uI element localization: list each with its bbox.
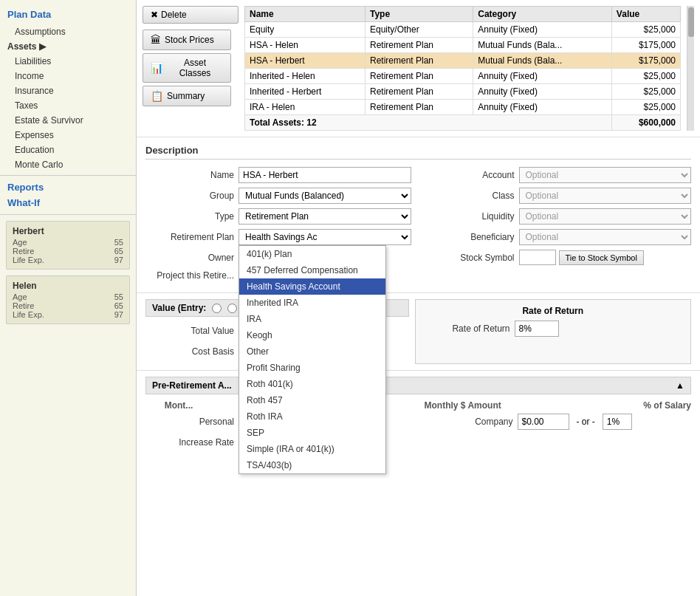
beneficiary-select-wrapper: Optional — [519, 229, 692, 245]
table-row[interactable]: IRA - Helen Retirement Plan Annuity (Fix… — [245, 100, 681, 115]
description-title: Description — [145, 145, 691, 160]
table-scroll-area[interactable]: Name Type Category Value Equity Equity/O… — [244, 6, 681, 131]
cell-category: Annuity (Fixed) — [473, 84, 612, 100]
ror-row: Rate of Return — [422, 321, 685, 337]
dropdown-item[interactable]: 401(k) Plan — [239, 246, 385, 262]
total-label: Total Assets: 12 — [245, 115, 612, 131]
herbert-name: Herbert — [13, 226, 123, 236]
beneficiary-select[interactable]: Optional — [519, 229, 692, 245]
account-select-wrapper: Optional — [519, 167, 692, 183]
company-header: Monthly $ Amount % of Salary — [425, 400, 692, 411]
retirement-plan-select[interactable]: Health Savings Ac — [239, 229, 411, 245]
description-form: Name Group Mutual Funds (Balanced) Type — [145, 167, 691, 285]
helen-age-row: Age 55 — [13, 292, 123, 301]
stock-prices-button[interactable]: 🏛 Stock Prices — [143, 30, 231, 50]
dropdown-item[interactable]: Simple (IRA or 401(k)) — [239, 441, 385, 457]
sidebar-divider2 — [0, 214, 136, 215]
dropdown-item[interactable]: Inherited IRA — [239, 295, 385, 311]
summary-button[interactable]: 📋 Summary — [143, 86, 231, 106]
liquidity-select-wrapper: Optional — [519, 208, 692, 225]
name-input[interactable] — [239, 167, 411, 183]
sidebar-item-assumptions[interactable]: Assumptions — [0, 24, 136, 39]
dropdown-item[interactable]: Other — [239, 343, 385, 360]
dropdown-item[interactable]: IRA — [239, 311, 385, 327]
dropdown-item[interactable]: Profit Sharing — [239, 360, 385, 376]
table-row[interactable]: HSA - Herbert Retirement Plan Mutual Fun… — [245, 53, 681, 69]
value-title: Value (Entry: — [152, 303, 206, 313]
helen-retire-value: 65 — [114, 301, 123, 310]
dropdown-item[interactable]: Roth IRA — [239, 408, 385, 425]
dropdown-item[interactable]: Roth 457 — [239, 392, 385, 408]
form-right: Account Optional Class Optional — [426, 167, 692, 285]
main-content: ✖ Delete 🏛 Stock Prices 📊 Asset Classes … — [137, 0, 700, 596]
sidebar-reports[interactable]: Reports — [0, 179, 136, 196]
description-section: Description Name Group Mutual Funds (Bal… — [137, 137, 700, 293]
sidebar-whatif[interactable]: What-If — [0, 196, 136, 211]
monthly-amount-header: Monthly $ Amount — [425, 400, 501, 411]
helen-lifeexp-row: Life Exp. 97 — [13, 310, 123, 319]
herbert-retire-label: Retire — [13, 247, 34, 256]
summary-icon: 📋 — [151, 90, 163, 102]
group-select[interactable]: Mutual Funds (Balanced) — [239, 188, 411, 204]
herbert-age-label: Age — [13, 238, 27, 247]
table-row[interactable]: Inherited - Herbert Retirement Plan Annu… — [245, 84, 681, 100]
type-select[interactable]: Retirement Plan — [239, 208, 411, 225]
name-input-wrapper — [239, 167, 411, 183]
dropdown-item[interactable]: TSA/403(b) — [239, 457, 385, 473]
cell-type: Retirement Plan — [366, 100, 473, 115]
company-value-input[interactable] — [518, 414, 569, 430]
dropdown-item[interactable]: SEP — [239, 425, 385, 441]
total-row: Total Assets: 12 $600,000 — [245, 115, 681, 131]
sidebar-item-insurance[interactable]: Insurance — [0, 83, 136, 98]
group-select-wrapper: Mutual Funds (Balanced) — [239, 188, 411, 204]
herbert-age-value: 55 — [114, 238, 123, 247]
cell-value: $175,000 — [611, 53, 680, 69]
sidebar: Plan Data Assumptions Assets ▶ Liabiliti… — [0, 0, 137, 596]
assets-table: Name Type Category Value Equity Equity/O… — [244, 6, 681, 131]
sidebar-item-montecarlo[interactable]: Monte Carlo — [0, 157, 136, 172]
stock-symbol-input[interactable] — [519, 250, 556, 265]
herbert-lifeexp-row: Life Exp. 97 — [13, 256, 123, 264]
sidebar-item-assets[interactable]: Assets ▶ — [0, 39, 136, 54]
table-row[interactable]: HSA - Helen Retirement Plan Mutual Funds… — [245, 38, 681, 53]
pre-retirement-header: Pre-Retirement A... ▲ — [145, 377, 691, 394]
owner-label: Owner — [145, 253, 234, 263]
top-section: ✖ Delete 🏛 Stock Prices 📊 Asset Classes … — [137, 0, 700, 137]
herbert-lifeexp-label: Life Exp. — [13, 256, 44, 264]
collapse-button[interactable]: ▲ — [676, 380, 684, 391]
sidebar-item-income[interactable]: Income — [0, 69, 136, 83]
dropdown-item[interactable]: Health Savings Account — [239, 278, 385, 295]
type-row: Type Retirement Plan — [145, 208, 411, 225]
cell-type: Retirement Plan — [366, 69, 473, 84]
sidebar-item-expenses[interactable]: Expenses — [0, 128, 136, 143]
pre-retirement-title: Pre-Retirement A... — [152, 380, 232, 391]
ror-input[interactable] — [515, 321, 559, 337]
tie-to-stock-button[interactable]: Tie to Stock Symbol — [559, 250, 644, 265]
col-name: Name — [245, 7, 366, 22]
helen-age-label: Age — [13, 292, 27, 301]
entry-radio-1[interactable] — [212, 304, 222, 313]
dropdown-item[interactable]: 457 Deferred Compensation — [239, 262, 385, 278]
sidebar-item-estate[interactable]: Estate & Survivor — [0, 113, 136, 128]
sidebar-item-liabilities[interactable]: Liabilities — [0, 54, 136, 69]
stock-symbol-row: Stock Symbol Tie to Stock Symbol — [426, 250, 692, 265]
table-row[interactable]: Equity Equity/Other Annuity (Fixed) $25,… — [245, 22, 681, 38]
sidebar-item-education[interactable]: Education — [0, 143, 136, 157]
dropdown-item[interactable]: Roth 401(k) — [239, 376, 385, 392]
asset-classes-button[interactable]: 📊 Asset Classes — [143, 53, 231, 83]
liquidity-select[interactable]: Optional — [519, 208, 692, 225]
cell-name: HSA - Herbert — [245, 53, 366, 69]
sidebar-item-taxes[interactable]: Taxes — [0, 98, 136, 113]
delete-button[interactable]: ✖ Delete — [143, 6, 239, 24]
percent-salary-header: % of Salary — [643, 400, 691, 411]
col-value: Value — [611, 7, 680, 22]
table-row[interactable]: Inherited - Helen Retirement Plan Annuit… — [245, 69, 681, 84]
dropdown-item[interactable]: Keogh — [239, 327, 385, 343]
company-percent-input[interactable] — [603, 414, 632, 430]
table-scrollbar[interactable] — [687, 6, 694, 131]
account-select[interactable]: Optional — [519, 167, 692, 183]
helen-lifeexp-value: 97 — [114, 310, 123, 319]
class-select[interactable]: Optional — [519, 188, 692, 204]
asset-table: Name Type Category Value Equity Equity/O… — [244, 6, 681, 131]
entry-radio-2[interactable] — [227, 304, 237, 313]
